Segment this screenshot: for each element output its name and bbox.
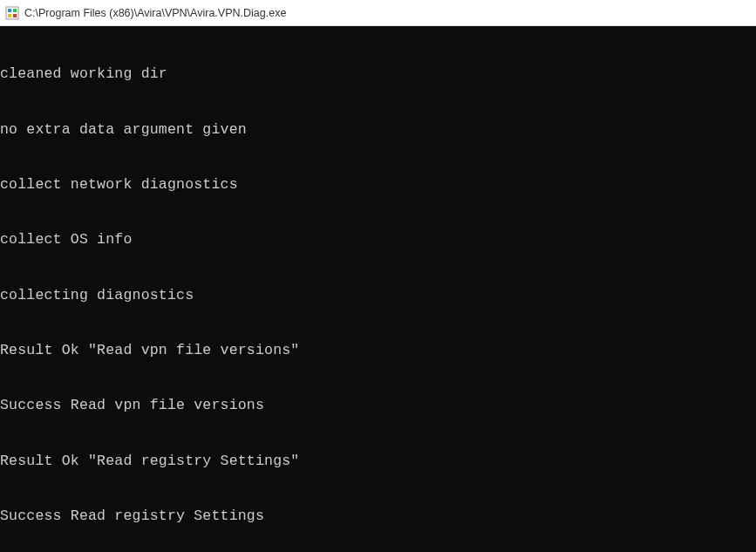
console-line: Success Read vpn file versions bbox=[0, 396, 756, 414]
console-line: Result Ok "Read vpn file versions" bbox=[0, 341, 756, 359]
console-line: cleaned working dir bbox=[0, 65, 756, 83]
svg-rect-2 bbox=[13, 9, 17, 12]
console-line: collecting diagnostics bbox=[0, 286, 756, 304]
console-line: no extra data argument given bbox=[0, 120, 756, 139]
console-line: collect OS info bbox=[0, 230, 756, 249]
console-line: collect network diagnostics bbox=[0, 175, 756, 194]
console-line: Success Read registry Settings bbox=[0, 507, 756, 525]
svg-rect-3 bbox=[8, 14, 11, 17]
app-icon bbox=[5, 6, 19, 20]
console-line: Result Ok "Read registry Settings" bbox=[0, 452, 756, 470]
titlebar[interactable]: C:\Program Files (x86)\Avira\VPN\Avira.V… bbox=[0, 0, 756, 26]
svg-rect-4 bbox=[13, 14, 17, 17]
console-output[interactable]: cleaned working dir no extra data argume… bbox=[0, 26, 756, 552]
window-title: C:\Program Files (x86)\Avira\VPN\Avira.V… bbox=[24, 7, 286, 19]
console-window: C:\Program Files (x86)\Avira\VPN\Avira.V… bbox=[0, 0, 756, 552]
svg-rect-1 bbox=[8, 9, 11, 12]
